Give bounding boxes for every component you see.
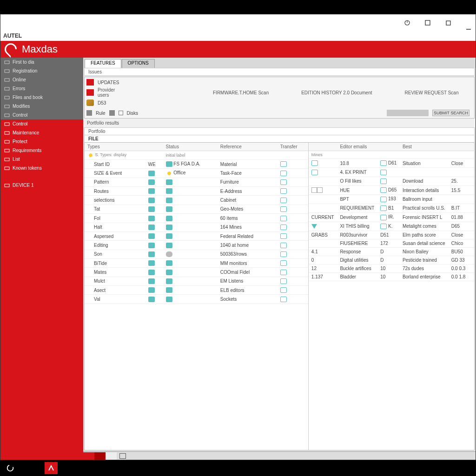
start-button[interactable] [4,462,17,474]
titlebar [0,14,476,31]
sidebar-bitem-3[interactable]: Requirements [0,146,83,155]
col-header[interactable] [469,143,474,151]
sidebar-item-4[interactable]: Files and book [0,93,83,102]
table-row[interactable]: Pattern Furniture [85,178,308,186]
table-row[interactable]: FIUSEHIERE172Susan detail scienceChico [309,239,474,247]
transfer-icon [280,233,287,239]
table-row[interactable]: 0Digital utilitiesDPesticide trainedGD 3… [309,256,474,264]
col-header[interactable]: Types [85,143,145,151]
tab-options[interactable]: OPTIONS [122,59,155,68]
sidebar-item-1[interactable]: Registration [0,66,83,75]
table-row[interactable]: Routes E-Address [85,187,308,196]
table-row[interactable]: Mates COOmal Fidel [85,268,308,277]
checkbox-disks[interactable] [119,111,123,115]
col-header[interactable] [145,143,163,151]
table-row[interactable]: BPT 193Ballroom input [309,195,474,204]
tab-features[interactable]: FEATURES [85,59,121,68]
table-row[interactable]: REQUIREMENT B1Practical scrolls U.S.B.IT [309,204,474,212]
col-header[interactable] [377,143,400,151]
table-row[interactable]: O Fill likes Download25. [309,177,474,185]
sidebar-item-5[interactable]: Modifies [0,102,83,111]
col-header[interactable]: Transfer [278,143,308,151]
app-window: AUTEL Maxdas First to diaRegistrationOnl… [0,14,476,460]
restore-down-icon[interactable] [404,20,410,26]
taskbar-app-icon[interactable] [45,462,58,474]
rule-label[interactable]: Rule [96,111,106,116]
search-button[interactable]: SUBMIT SEARCH [432,110,469,116]
nav-icon [4,183,10,188]
table-row[interactable]: CURRENTDevelopment IR.Forensic INSERT L0… [309,213,474,222]
status-icon [166,243,172,248]
nav-icon [4,131,10,135]
cell-icon [380,178,387,184]
bullet-icon [87,152,94,158]
cell-icon [148,260,155,266]
cell-icon [148,216,155,221]
disks-label[interactable]: Disks [127,111,138,116]
link-review[interactable]: REVIEW REQUEST Scan [404,90,458,95]
sidebar-bitem-4[interactable]: List [0,155,83,164]
status-icon [166,287,172,293]
col-header[interactable] [309,143,337,151]
table-row[interactable]: Editing 1040 at home [85,241,308,250]
col-header[interactable] [270,143,277,151]
footer-tab-3[interactable] [106,452,117,460]
table-row[interactable]: XI THIS billing K.Metalight comesD65 [309,222,474,231]
col-header[interactable] [449,143,469,151]
sidebar-item-6[interactable]: Control [0,111,83,119]
col-header[interactable]: Best [400,143,449,151]
search-input[interactable] [387,110,429,116]
sidebar-footer-0[interactable]: DEVICE 1 [0,181,83,190]
maximize2-icon[interactable] [445,20,451,26]
table-row[interactable]: 10.8 D61SituationClose [309,159,474,168]
table-row[interactable]: Asect ELB editors [85,286,308,295]
table-row[interactable]: Mulct EM Listens [85,277,308,285]
table-row[interactable]: Aspersed Federal Related [85,231,308,240]
svg-rect-10 [5,105,9,108]
minimize-icon[interactable] [465,24,472,31]
subtab[interactable]: Issues [84,68,475,76]
table-row[interactable]: Tat Geo-Motes [85,205,308,213]
disk-icon [109,110,115,116]
sidebar-bitem-0[interactable]: Control [0,119,83,128]
status-icon [166,297,172,302]
table-row[interactable]: SIZE & Event OfficeTask-Face [85,169,308,178]
sidebar-item-2[interactable]: Online [0,75,83,84]
sidebar-item-3[interactable]: Errors [0,84,83,93]
footer-tab-2[interactable] [94,452,106,460]
col-header[interactable]: Reference [218,143,270,151]
link-edition[interactable]: EDITION HISTORY 2.0 Document [301,90,372,95]
table-row[interactable]: HUE D65Interaction details15.5 [309,186,474,195]
link-firmware[interactable]: FIRMWARE.T.HOME Scan [213,90,269,95]
sidebar-bitem-2[interactable]: Protect [0,137,83,146]
transfer-icon [280,278,287,284]
transfer-icon [280,243,287,248]
col-header[interactable]: Status [163,143,218,151]
table-row[interactable]: 1.137Bladder10Borland enterprise0.0 1.8 [309,272,474,281]
table-row[interactable]: selections Cabinet [85,196,308,205]
table-row[interactable]: GRABSR003survivorD51Elm paths scoreClose [309,231,474,239]
breadcrumb: Portfolio results [83,119,476,127]
table-row[interactable]: Son 500363/rows [85,250,308,258]
col-header[interactable]: Editor emails [337,143,377,151]
table-row[interactable]: Halt 164 Mines [85,223,308,231]
app-header: AUTEL [0,31,476,41]
sidebar-item-0[interactable]: First to dia [0,58,83,66]
table-row[interactable]: 12Buckle artifices1072s dudes0.0 0.3 [309,264,474,272]
svg-rect-8 [5,87,9,90]
table-row[interactable]: Val Sockets [85,295,308,304]
maximize-icon[interactable] [424,20,431,26]
table-row[interactable]: 4. EX PRINT [309,168,474,177]
sidebar-bitem-1[interactable]: Maintenance [0,128,83,137]
table-row[interactable]: Fol 60 items [85,214,308,223]
table-row[interactable]: BiTide MM monitors [85,258,308,267]
sidebar-bitem-5[interactable]: Known tokens [0,164,83,172]
toolbar: UPDATES Provider users FIRMWARE.T.HOME S… [84,77,475,119]
panel-subhead: Portfolio [84,127,475,135]
brand-name: Maxdas [22,43,58,55]
nav-icon [4,139,10,144]
footer-box-icon[interactable] [119,453,126,459]
table-row[interactable]: Start IDWE FS FGA D.A.Material [85,160,308,169]
footer-tab-1[interactable] [83,452,94,460]
table-row[interactable]: 4.1ResponseDNixon BaileyBU50 [309,247,474,256]
